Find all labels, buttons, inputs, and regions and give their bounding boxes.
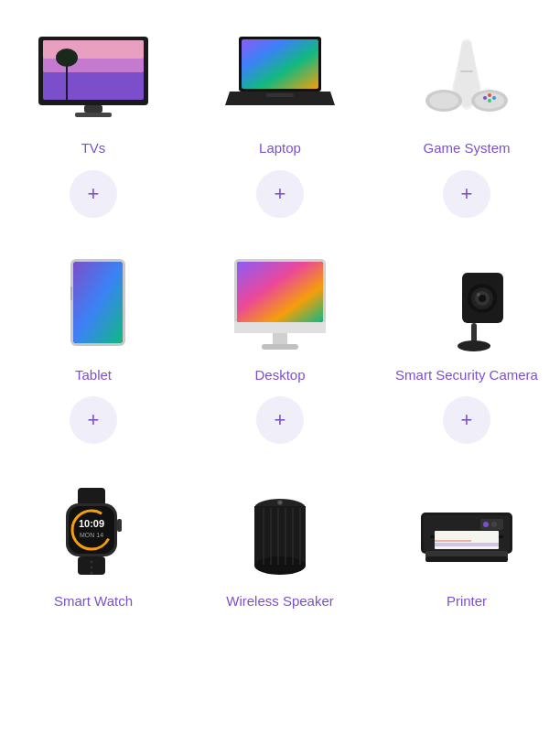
printer-label: Printer	[447, 592, 487, 610]
svg-rect-30	[234, 322, 326, 333]
desktop-add-button[interactable]: +	[256, 396, 304, 444]
svg-rect-31	[273, 333, 287, 346]
tablet-add-button[interactable]: +	[70, 396, 117, 444]
card-smart-watch: 10:09 MON 14 Smart Watch	[0, 462, 187, 642]
laptop-add-button[interactable]: +	[256, 170, 304, 218]
desktop-label: Desktop	[254, 366, 305, 384]
svg-point-38	[477, 293, 480, 297]
game-system-add-button[interactable]: +	[443, 170, 490, 218]
card-smart-security-camera: Smart Security Camera +	[373, 236, 560, 463]
card-printer: Printer	[373, 462, 560, 642]
svg-text:10:09: 10:09	[79, 518, 104, 529]
plus-icon: +	[88, 182, 100, 206]
plus-icon: +	[461, 182, 473, 206]
svg-rect-74	[425, 556, 508, 562]
watch-icon: 10:09 MON 14	[29, 480, 157, 581]
game-system-label: Game System	[423, 139, 510, 157]
plus-icon: +	[88, 408, 100, 432]
speaker-icon	[216, 480, 344, 581]
svg-point-71	[483, 522, 489, 527]
smart-security-camera-label: Smart Security Camera	[395, 366, 538, 384]
desktop-icon	[216, 254, 344, 355]
card-tablet: Tablet +	[0, 236, 187, 463]
plus-icon: +	[275, 182, 286, 206]
svg-point-50	[91, 561, 93, 564]
svg-rect-13	[460, 70, 473, 72]
tvs-add-button[interactable]: +	[70, 170, 117, 218]
svg-point-6	[56, 49, 78, 67]
game-system-icon	[403, 27, 531, 128]
svg-rect-68	[435, 543, 499, 546]
svg-rect-26	[70, 286, 72, 300]
smart-watch-label: Smart Watch	[54, 592, 133, 610]
svg-point-20	[492, 96, 496, 100]
svg-point-63	[279, 502, 282, 504]
printer-icon	[403, 480, 531, 581]
svg-text:MON 14: MON 14	[80, 532, 103, 538]
plus-icon: +	[275, 408, 286, 432]
svg-point-51	[91, 567, 93, 569]
svg-point-40	[458, 340, 490, 351]
product-grid: TVs +	[0, 0, 560, 651]
svg-rect-7	[84, 105, 102, 113]
svg-point-15	[429, 92, 458, 109]
card-laptop: Laptop +	[187, 9, 373, 236]
svg-rect-12	[266, 93, 294, 97]
tablet-icon	[29, 254, 157, 355]
card-game-system: Game System +	[373, 9, 560, 236]
svg-rect-32	[262, 344, 298, 350]
card-desktop: Desktop +	[187, 236, 373, 463]
plus-icon: +	[461, 408, 473, 432]
laptop-label: Laptop	[259, 139, 301, 157]
svg-point-72	[491, 522, 497, 527]
svg-point-18	[483, 96, 487, 100]
tv-icon	[29, 27, 157, 128]
wireless-speaker-label: Wireless Speaker	[226, 592, 334, 610]
tvs-label: TVs	[81, 139, 106, 157]
svg-rect-11	[242, 39, 318, 89]
laptop-icon	[216, 27, 344, 128]
svg-rect-24	[73, 262, 123, 343]
svg-rect-69	[435, 540, 471, 542]
svg-point-55	[254, 556, 306, 575]
svg-point-52	[91, 572, 93, 575]
tablet-label: Tablet	[75, 366, 112, 384]
card-wireless-speaker: Wireless Speaker	[187, 462, 373, 642]
svg-rect-29	[237, 262, 323, 322]
svg-point-19	[488, 93, 491, 97]
camera-icon	[403, 254, 531, 355]
svg-rect-48	[117, 519, 122, 532]
svg-rect-8	[75, 113, 112, 117]
card-tvs: TVs +	[0, 9, 187, 236]
svg-point-21	[488, 99, 491, 103]
smart-security-camera-add-button[interactable]: +	[443, 396, 490, 444]
